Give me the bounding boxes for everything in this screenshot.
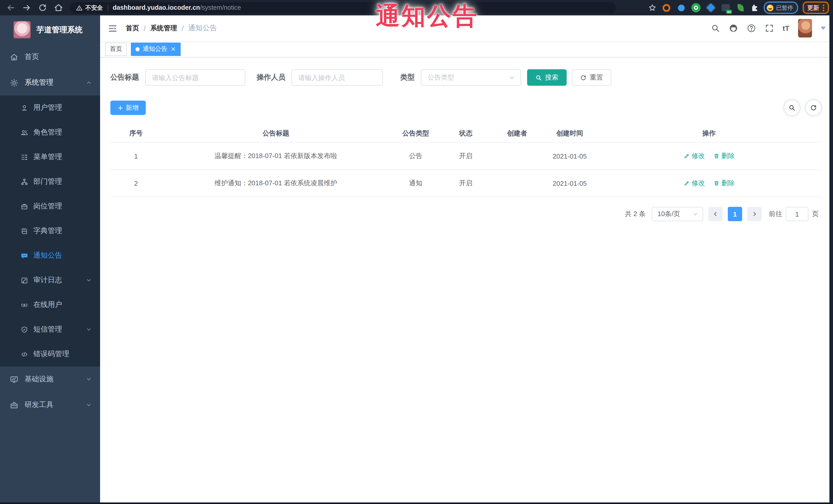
notice-type-select[interactable]: 公告类型 xyxy=(421,69,521,86)
extension-green-circle-icon[interactable] xyxy=(691,3,701,13)
delete-link[interactable]: 删除 xyxy=(713,178,735,188)
app-logo-row[interactable]: 芋道管理系统 xyxy=(0,16,100,44)
add-button[interactable]: 新增 xyxy=(110,101,146,115)
column-header: 创建者 xyxy=(490,129,544,138)
close-tab-icon[interactable] xyxy=(170,46,176,52)
edit-link[interactable]: 修改 xyxy=(683,151,705,161)
prev-page-button[interactable] xyxy=(708,207,723,221)
refresh-table-button[interactable] xyxy=(805,100,822,116)
page-size-select[interactable]: 10条/页 xyxy=(652,207,703,221)
edit-log-icon xyxy=(21,277,28,284)
paused-extension-chip[interactable]: 已暂停 xyxy=(764,2,798,14)
sidebar-item-label: 研发工具 xyxy=(25,400,79,410)
help-icon[interactable] xyxy=(747,24,756,33)
breadcrumb-current: 通知公告 xyxy=(188,24,217,33)
pagination-jumper: 前往 页 xyxy=(769,207,818,221)
operator-label: 操作人员 xyxy=(257,73,285,82)
github-icon[interactable] xyxy=(729,24,738,33)
extensions-puzzle-icon[interactable] xyxy=(751,3,759,12)
not-secure-warning-icon xyxy=(76,4,82,11)
goto-page-input[interactable] xyxy=(786,207,808,221)
sidebar-item-devtools[interactable]: 研发工具 xyxy=(0,392,100,418)
sidebar-item-home[interactable]: 首页 xyxy=(0,44,100,70)
toggle-search-button[interactable] xyxy=(784,100,800,116)
sidebar-item-departments[interactable]: 部门管理 xyxy=(0,169,100,194)
table-toolbar: 新增 xyxy=(110,100,823,116)
main-area: 首页 / 系统管理 / 通知公告 xyxy=(100,16,833,504)
delete-link[interactable]: 删除 xyxy=(713,151,735,161)
extension-leaf-icon[interactable] xyxy=(736,3,746,13)
sidebar-item-roles[interactable]: 角色管理 xyxy=(0,120,100,145)
table-row[interactable]: 1 温馨提醒：2018-07-01 若依新版本发布啦 公告 开启 2021-01… xyxy=(110,143,823,170)
header-search-icon[interactable] xyxy=(711,24,720,33)
breadcrumb-system[interactable]: 系统管理 xyxy=(150,24,177,33)
chrome-update-button[interactable]: 更新 xyxy=(803,2,829,14)
chevron-down-icon xyxy=(86,376,92,382)
next-page-button[interactable] xyxy=(747,207,762,221)
page-number-current[interactable]: 1 xyxy=(728,207,742,221)
chevron-down-icon xyxy=(509,74,515,81)
avatar-caret-down-icon[interactable] xyxy=(821,27,826,30)
extension-area: on 已暂停 更新 xyxy=(648,2,833,14)
font-size-icon[interactable]: tT xyxy=(783,24,789,32)
sidebar-item-notice[interactable]: 通知公告 xyxy=(0,243,100,268)
sidebar-item-users[interactable]: 用户管理 xyxy=(0,95,100,120)
tab-notice-active[interactable]: 通知公告 xyxy=(131,42,181,56)
reset-button[interactable]: 重置 xyxy=(572,69,611,86)
browser-reload-button[interactable] xyxy=(38,3,47,12)
trash-icon xyxy=(713,180,719,186)
sidebar-item-posts[interactable]: 岗位管理 xyxy=(0,194,100,219)
sidebar-item-infrastructure[interactable]: 基础设施 xyxy=(0,366,100,392)
update-label: 更新 xyxy=(807,4,819,11)
hamburger-icon[interactable] xyxy=(108,23,118,33)
extension-orange-ring-icon[interactable] xyxy=(661,3,671,13)
sidebar-item-online-users[interactable]: 在线用户 xyxy=(0,292,100,317)
extension-switch-icon[interactable]: on xyxy=(721,3,731,13)
chevron-down-icon xyxy=(86,402,92,408)
avatar[interactable] xyxy=(798,19,812,38)
browser-home-button[interactable] xyxy=(54,3,63,12)
browser-menu-kebab-icon[interactable] xyxy=(823,4,824,11)
search-button-label: 搜索 xyxy=(545,73,558,82)
operator-input[interactable] xyxy=(291,69,383,86)
sidebar-item-menus[interactable]: 菜单管理 xyxy=(0,145,100,169)
briefcase-icon xyxy=(21,202,28,210)
browser-back-button[interactable] xyxy=(6,3,16,12)
screen: 不安全 dashboard.yudao.iocoder.cn/system/no… xyxy=(0,0,833,504)
search-button[interactable]: 搜索 xyxy=(527,69,567,86)
notice-title-input[interactable] xyxy=(145,69,245,86)
toolbox-icon xyxy=(10,401,19,409)
sidebar-item-error-codes[interactable]: 错误码管理 xyxy=(0,342,100,366)
chevron-down-icon xyxy=(86,277,92,283)
sidebar-item-label: 岗位管理 xyxy=(33,202,92,211)
sidebar-item-audit-log[interactable]: 审计日志 xyxy=(0,268,100,292)
cell-status: 开启 xyxy=(442,151,490,161)
extension-blue-gem-icon[interactable] xyxy=(706,3,716,13)
tab-home[interactable]: 首页 xyxy=(105,42,127,56)
sidebar-item-system[interactable]: 系统管理 xyxy=(0,70,100,95)
column-header: 操作 xyxy=(595,129,823,138)
table-row[interactable]: 2 维护通知：2018-07-01 若依系统凌晨维护 通知 开启 2021-01… xyxy=(110,170,823,197)
browser-forward-button[interactable] xyxy=(22,3,31,12)
active-tab-dot xyxy=(136,47,140,51)
breadcrumb-home[interactable]: 首页 xyxy=(126,24,139,33)
sidebar-item-dictionary[interactable]: 字典管理 xyxy=(0,219,100,243)
fullscreen-icon[interactable] xyxy=(765,24,774,33)
edit-link[interactable]: 修改 xyxy=(683,178,705,188)
refresh-icon xyxy=(810,104,817,111)
extension-blue-drop-icon[interactable] xyxy=(676,3,686,13)
cell-status: 开启 xyxy=(442,178,490,188)
app-title: 芋道管理系统 xyxy=(37,25,82,34)
add-button-label: 新增 xyxy=(126,103,139,112)
cell-title: 温馨提醒：2018-07-01 若依新版本发布啦 xyxy=(162,151,390,161)
bookmark-star-icon[interactable] xyxy=(648,4,657,12)
reset-button-label: 重置 xyxy=(590,73,603,82)
address-bar[interactable]: 不安全 dashboard.yudao.iocoder.cn/system/no… xyxy=(70,2,616,13)
gear-icon xyxy=(10,78,19,87)
menu-tree-icon xyxy=(21,153,28,161)
sidebar-item-sms[interactable]: 短信管理 xyxy=(0,317,100,342)
shield-check-icon xyxy=(21,326,28,333)
sidebar-item-label: 错误码管理 xyxy=(33,350,92,359)
sidebar: 芋道管理系统 首页 系统管理 xyxy=(0,16,100,504)
chevron-left-icon xyxy=(712,211,718,217)
